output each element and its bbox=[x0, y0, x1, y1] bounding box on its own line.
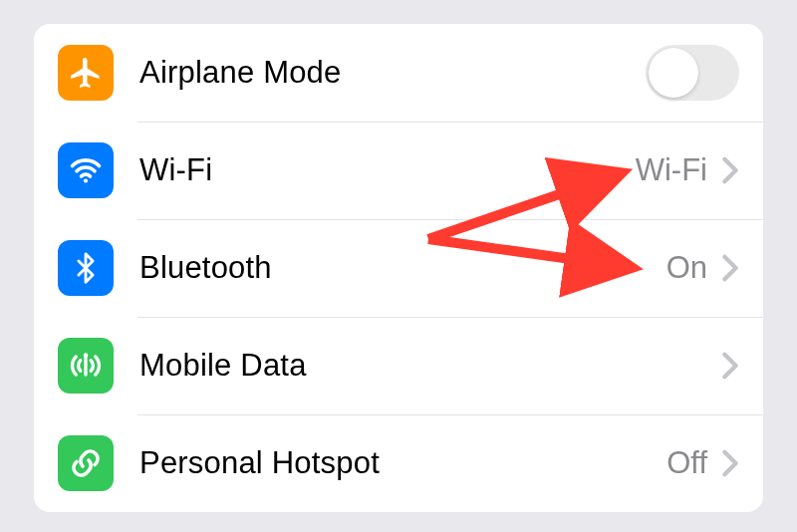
row-personal-hotspot[interactable]: Personal Hotspot Off bbox=[34, 414, 763, 512]
row-value: On bbox=[666, 250, 707, 286]
airplane-icon bbox=[58, 45, 114, 101]
row-label: Mobile Data bbox=[139, 348, 713, 384]
row-wifi[interactable]: Wi-Fi Wi-Fi bbox=[34, 122, 763, 219]
toggle-knob bbox=[649, 48, 698, 98]
row-label: Personal Hotspot bbox=[139, 445, 666, 481]
svg-point-0 bbox=[84, 178, 88, 182]
row-value: Off bbox=[666, 445, 707, 481]
row-bluetooth[interactable]: Bluetooth On bbox=[34, 219, 763, 317]
settings-card: Airplane Mode Wi-Fi Wi-Fi Bluetooth O bbox=[34, 24, 763, 512]
chevron-right-icon bbox=[721, 449, 739, 477]
chevron-right-icon bbox=[721, 254, 739, 282]
row-label: Airplane Mode bbox=[139, 55, 646, 91]
chevron-right-icon bbox=[721, 156, 739, 184]
row-label: Wi-Fi bbox=[139, 152, 636, 188]
row-airplane-mode[interactable]: Airplane Mode bbox=[34, 24, 763, 122]
bluetooth-icon bbox=[58, 240, 114, 296]
wifi-icon bbox=[58, 142, 114, 198]
row-value: Wi-Fi bbox=[636, 152, 707, 188]
airplane-mode-toggle[interactable] bbox=[646, 45, 739, 101]
svg-point-1 bbox=[84, 353, 89, 358]
row-mobile-data[interactable]: Mobile Data bbox=[34, 317, 763, 414]
cellular-icon bbox=[58, 338, 114, 394]
link-icon bbox=[58, 435, 114, 491]
chevron-right-icon bbox=[721, 352, 739, 380]
row-label: Bluetooth bbox=[139, 250, 666, 286]
